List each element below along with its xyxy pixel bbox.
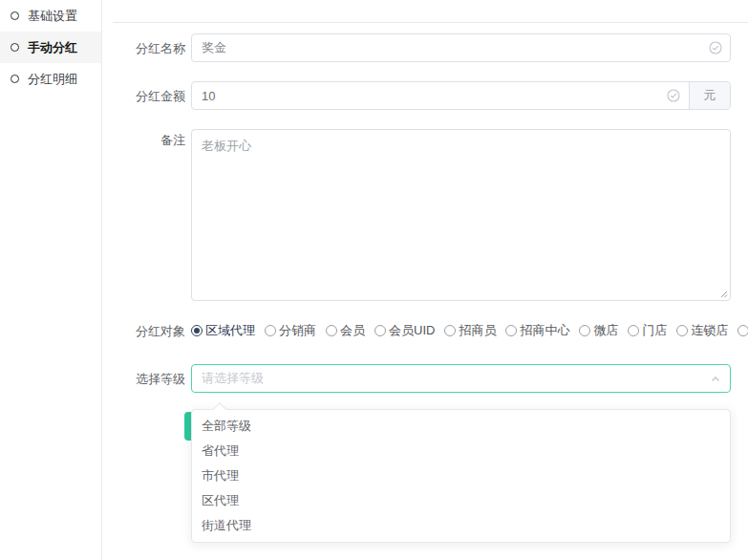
- radio-icon: [579, 325, 590, 336]
- remark-textarea[interactable]: 老板开心: [191, 129, 731, 301]
- level-select-placeholder: 请选择等级: [192, 365, 730, 392]
- remark-field-wrap: 老板开心: [191, 129, 731, 301]
- radio-label: 招商员: [459, 322, 496, 339]
- radio-store[interactable]: 门店: [628, 322, 667, 339]
- sidebar-item-label: 基础设置: [28, 8, 77, 25]
- circle-bullet-icon: [11, 11, 19, 20]
- radio-icon: [265, 325, 276, 336]
- radio-label: 区域代理: [205, 322, 255, 339]
- dividend-amount-label: 分红金额: [113, 89, 185, 103]
- sidebar-item-label: 手动分红: [28, 39, 77, 56]
- radio-label: 门店: [642, 322, 667, 339]
- sidebar-item-manual-dividend[interactable]: 手动分红: [0, 32, 101, 63]
- radio-icon: [676, 325, 688, 336]
- dividend-amount-input[interactable]: [192, 82, 689, 109]
- dividend-target-radio-group: 区域代理 分销商 会员 会员UID 招商员 招商中心 微店 门店: [191, 323, 748, 338]
- radio-supplier[interactable]: 供应商: [737, 322, 748, 339]
- dividend-name-input[interactable]: [192, 34, 730, 61]
- radio-label: 连锁店: [691, 322, 728, 339]
- level-select[interactable]: 请选择等级: [191, 364, 731, 393]
- radio-micro-shop[interactable]: 微店: [579, 322, 618, 339]
- select-level-label: 选择等级: [113, 372, 185, 386]
- radio-icon: [374, 325, 386, 336]
- dropdown-option-city-agent[interactable]: 市代理: [192, 463, 730, 488]
- sidebar-item-basic-settings[interactable]: 基础设置: [0, 0, 101, 32]
- radio-label: 会员: [340, 322, 365, 339]
- dividend-amount-field-wrap: 元: [191, 81, 731, 110]
- radio-icon: [505, 325, 517, 336]
- dividend-name-label: 分红名称: [113, 41, 185, 55]
- radio-label: 会员UID: [389, 322, 435, 339]
- radio-distributor[interactable]: 分销商: [265, 322, 316, 339]
- sidebar-item-label: 分红明细: [28, 71, 77, 88]
- amount-unit-suffix: 元: [689, 82, 730, 109]
- radio-chain-store[interactable]: 连锁店: [676, 322, 728, 339]
- radio-label: 微店: [593, 322, 618, 339]
- dropdown-option-province-agent[interactable]: 省代理: [192, 439, 730, 463]
- content-top-divider: [113, 22, 748, 23]
- dropdown-option-all-levels[interactable]: 全部等级: [192, 414, 730, 439]
- dividend-name-field-wrap: [191, 33, 731, 62]
- dividend-target-label: 分红对象: [113, 324, 185, 338]
- radio-recruit-center[interactable]: 招商中心: [505, 322, 569, 339]
- radio-region-agent[interactable]: 区域代理: [191, 322, 255, 339]
- resize-handle-icon[interactable]: [718, 289, 728, 298]
- sidebar: 基础设置 手动分红 分红明细: [0, 0, 102, 560]
- circle-bullet-icon: [11, 75, 19, 83]
- radio-recruiter[interactable]: 招商员: [444, 322, 496, 339]
- radio-icon: [326, 325, 337, 336]
- radio-member-uid[interactable]: 会员UID: [374, 322, 435, 339]
- radio-selected-icon: [191, 325, 203, 336]
- chevron-up-icon: [710, 374, 721, 385]
- dropdown-option-street-agent[interactable]: 街道代理: [192, 513, 730, 538]
- radio-icon: [628, 325, 639, 336]
- radio-icon: [444, 325, 456, 336]
- remark-label: 备注: [113, 133, 185, 147]
- page: 基础设置 手动分红 分红明细 分红名称 分红金额: [0, 0, 748, 560]
- level-dropdown-panel: 全部等级 省代理 市代理 区代理 街道代理: [191, 409, 731, 543]
- sidebar-item-dividend-detail[interactable]: 分红明细: [0, 63, 101, 95]
- circle-check-icon: [709, 41, 722, 54]
- radio-icon: [737, 325, 748, 336]
- circle-check-icon: [667, 89, 680, 102]
- circle-bullet-icon: [11, 43, 19, 52]
- radio-label: 分销商: [279, 322, 316, 339]
- dropdown-option-district-agent[interactable]: 区代理: [192, 488, 730, 513]
- radio-member[interactable]: 会员: [326, 322, 365, 339]
- radio-label: 招商中心: [520, 322, 569, 339]
